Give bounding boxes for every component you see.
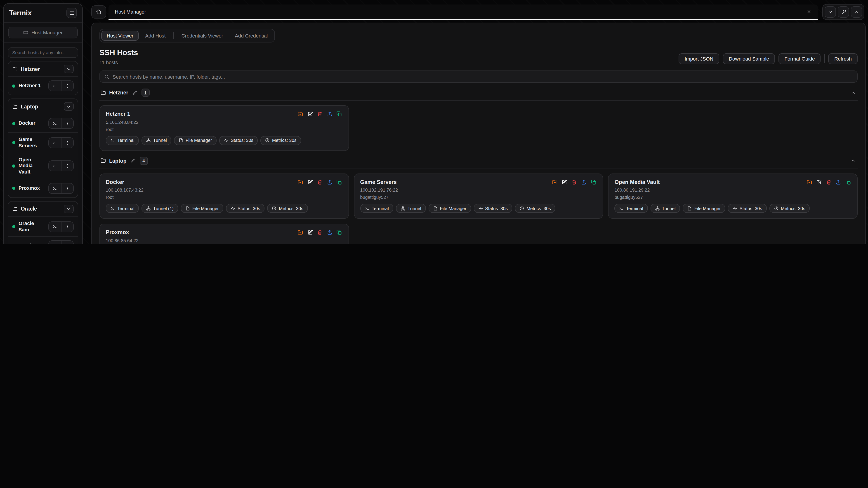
edit-host-button[interactable] (561, 179, 568, 185)
sidebar-host-oracle-1[interactable]: Oracle 1 (8, 236, 78, 244)
edit-host-button[interactable] (307, 111, 313, 117)
sidebar-host-hetzner-1[interactable]: Hetzner 1 (8, 76, 78, 95)
delete-host-button[interactable] (825, 179, 832, 185)
remove-from-folder-button[interactable] (806, 179, 812, 185)
export-host-button[interactable] (326, 229, 333, 236)
folder-collapse-button[interactable] (850, 157, 857, 164)
chip-status[interactable]: Status: 30s (226, 204, 265, 213)
chip-metrics[interactable]: Metrics: 30s (268, 204, 308, 213)
chip-file[interactable]: File Manager (428, 204, 471, 213)
sidebar-group-header[interactable]: Oracle (8, 201, 78, 217)
chip-file[interactable]: File Manager (181, 204, 223, 213)
group-collapse-button[interactable] (64, 205, 74, 213)
host-terminal-button[interactable] (49, 119, 61, 128)
tab-host-viewer[interactable]: Host Viewer (101, 31, 139, 41)
duplicate-host-button[interactable] (336, 179, 342, 185)
chip-terminal[interactable]: Terminal (106, 204, 139, 213)
host-terminal-button[interactable] (49, 241, 61, 244)
sidebar-host-proxmox[interactable]: Proxmox (8, 179, 78, 197)
host-card-game-servers[interactable]: Game Servers 100.102.191.76:22 bugattigu… (354, 173, 603, 219)
sidebar-group-header[interactable]: Laptop (8, 99, 78, 114)
chip-status[interactable]: Status: 30s (219, 136, 258, 145)
delete-host-button[interactable] (316, 111, 323, 117)
sidebar-search-input[interactable] (8, 47, 78, 58)
download-sample-button[interactable]: Download Sample (723, 53, 775, 64)
host-card-proxmox[interactable]: Proxmox 100.86.85.64:22 root TerminalTun… (99, 224, 349, 244)
chevron-down-icon (66, 104, 71, 109)
edit-host-button[interactable] (307, 229, 313, 236)
chip-tunnel[interactable]: Tunnel (650, 204, 680, 213)
chip-file[interactable]: File Manager (683, 204, 725, 213)
host-menu-button[interactable] (61, 81, 73, 91)
tools-button[interactable] (838, 6, 849, 18)
host-terminal-button[interactable] (49, 81, 61, 91)
folder-edit-button[interactable] (130, 157, 136, 164)
sidebar-host-docker[interactable]: Docker (8, 114, 78, 132)
host-menu-button[interactable] (61, 241, 73, 244)
tab-credentials-viewer[interactable]: Credentials Viewer (176, 31, 228, 41)
duplicate-host-button[interactable] (336, 111, 342, 117)
delete-host-button[interactable] (316, 229, 323, 236)
sidebar-host-open-media-vault[interactable]: Open Media Vault (8, 153, 78, 179)
chip-tunnel[interactable]: Tunnel (142, 136, 171, 145)
chip-terminal[interactable]: Terminal (615, 204, 648, 213)
chip-status[interactable]: Status: 30s (473, 204, 512, 213)
sidebar-host-game-servers[interactable]: Game Servers (8, 132, 78, 153)
sidebar-group-header[interactable]: Hetzner (8, 61, 78, 76)
chip-status[interactable]: Status: 30s (728, 204, 767, 213)
format-guide-button[interactable]: Format Guide (778, 53, 821, 64)
host-menu-button[interactable] (61, 161, 73, 171)
duplicate-host-button[interactable] (590, 179, 597, 185)
group-collapse-button[interactable] (64, 65, 74, 73)
sidebar-host-oracle-sam[interactable]: Oracle Sam (8, 217, 78, 236)
chip-terminal[interactable]: Terminal (106, 136, 139, 145)
host-terminal-button[interactable] (49, 184, 61, 193)
host-menu-button[interactable] (61, 138, 73, 148)
scroll-tabs-down-button[interactable] (825, 6, 836, 18)
home-button[interactable] (91, 5, 106, 18)
remove-from-folder-button[interactable] (297, 111, 304, 117)
chip-file[interactable]: File Manager (174, 136, 217, 145)
host-manager-nav-button[interactable]: Host Manager (8, 27, 78, 38)
export-host-button[interactable] (581, 179, 587, 185)
host-terminal-button[interactable] (49, 138, 61, 148)
remove-from-folder-button[interactable] (297, 179, 304, 185)
host-menu-button[interactable] (61, 119, 73, 128)
folder-collapse-button[interactable] (850, 89, 857, 96)
folder-edit-button[interactable] (131, 89, 138, 96)
host-card-open-media-vault[interactable]: Open Media Vault 100.80.191.29:22 bugatt… (608, 173, 858, 219)
duplicate-host-button[interactable] (845, 179, 851, 185)
close-tab-button[interactable] (805, 7, 813, 17)
group-collapse-button[interactable] (64, 102, 74, 111)
remove-from-folder-button[interactable] (297, 229, 304, 236)
tab-add-credential[interactable]: Add Credential (229, 31, 273, 41)
delete-host-button[interactable] (571, 179, 578, 185)
export-host-button[interactable] (326, 179, 333, 185)
host-search-input[interactable] (99, 70, 858, 83)
edit-host-button[interactable] (815, 179, 822, 185)
host-menu-button[interactable] (61, 184, 73, 193)
export-host-button[interactable] (326, 111, 333, 117)
tab-add-host[interactable]: Add Host (140, 31, 171, 41)
host-card-docker[interactable]: Docker 100.108.107.43:22 root TerminalTu… (99, 173, 349, 219)
refresh-button[interactable]: Refresh (829, 53, 858, 64)
hamburger-menu-button[interactable] (66, 8, 77, 18)
host-menu-button[interactable] (61, 222, 73, 232)
chip-metrics[interactable]: Metrics: 30s (515, 204, 555, 213)
host-terminal-button[interactable] (49, 222, 61, 232)
host-terminal-button[interactable] (49, 161, 61, 171)
remove-from-folder-button[interactable] (552, 179, 558, 185)
chip-tunnel[interactable]: Tunnel (396, 204, 426, 213)
active-window-tab[interactable]: Host Manager (108, 4, 818, 19)
collapse-topbar-button[interactable] (851, 6, 862, 18)
delete-host-button[interactable] (316, 179, 323, 185)
chip-metrics[interactable]: Metrics: 30s (769, 204, 810, 213)
import-json-button[interactable]: Import JSON (679, 53, 719, 64)
chip-tunnel[interactable]: Tunnel (1) (142, 204, 178, 213)
host-card-hetzner-1[interactable]: Hetzner 1 5.161.248.84:22 root TerminalT… (99, 105, 349, 151)
edit-host-button[interactable] (307, 179, 313, 185)
export-host-button[interactable] (835, 179, 842, 185)
chip-terminal[interactable]: Terminal (360, 204, 393, 213)
chip-metrics[interactable]: Metrics: 30s (260, 136, 301, 145)
duplicate-host-button[interactable] (336, 229, 342, 236)
